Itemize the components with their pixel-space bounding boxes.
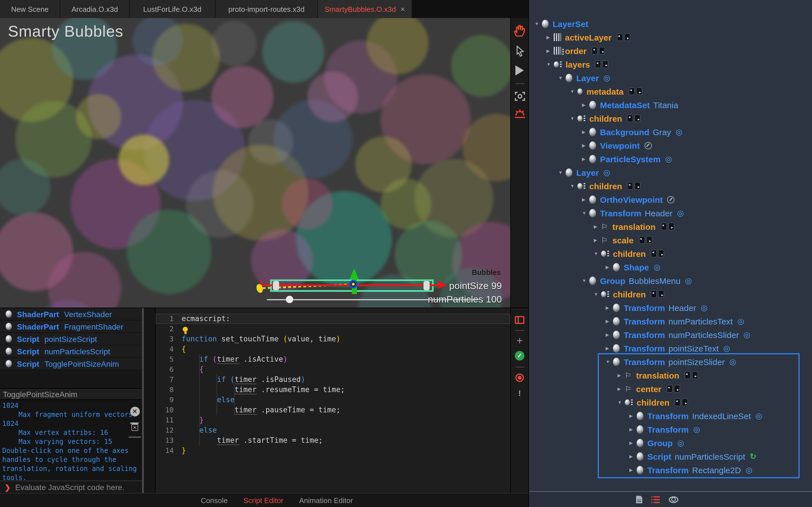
outline-field-children[interactable]: ▼children◂▸ bbox=[529, 395, 812, 409]
expand-icon[interactable]: ▶ bbox=[629, 454, 637, 459]
outline-node-group-bubblesmenu[interactable]: ▼GroupBubblesMenu◎ bbox=[529, 274, 812, 287]
expand-icon[interactable]: ▶ bbox=[582, 197, 589, 202]
gizmo-center-handle[interactable] bbox=[349, 280, 357, 288]
visibility-icon[interactable]: ◎ bbox=[677, 439, 684, 447]
tab-arcadia-o-x3d[interactable]: Arcadia.O.x3d bbox=[60, 0, 129, 18]
code-line-7[interactable]: 7 if (timer .isPaused) bbox=[156, 375, 510, 385]
expand-icon[interactable]: ▶ bbox=[546, 35, 554, 40]
outline-field-center[interactable]: ▶⚐center◂▸ bbox=[529, 382, 812, 395]
collapse-icon[interactable]: ▼ bbox=[570, 183, 577, 188]
tab-smartybubbles-o-x3d[interactable]: SmartyBubbles.O.x3d× bbox=[318, 0, 412, 18]
script-editor[interactable]: 1ecmascript:23function set_touchTime (va… bbox=[155, 307, 510, 493]
js-eval-prompt[interactable]: ❯ Evaluate JavaScript code here. bbox=[0, 481, 142, 494]
code-line-11[interactable]: 11 } bbox=[156, 415, 510, 425]
route-connectors-icon[interactable]: ◂▸ bbox=[666, 385, 681, 393]
visibility-icon[interactable]: ◎ bbox=[675, 128, 682, 136]
collapse-icon[interactable]: ▼ bbox=[617, 400, 625, 405]
tab-lustforlife-o-x3d[interactable]: LustForLife.O.x3d bbox=[130, 0, 215, 18]
code-line-6[interactable]: 6 { bbox=[156, 364, 510, 375]
visibility-icon[interactable]: ◎ bbox=[654, 263, 660, 271]
expand-icon[interactable]: ▶ bbox=[582, 102, 589, 107]
collapse-icon[interactable]: ▼ bbox=[582, 210, 589, 216]
viewport-3d[interactable]: Smarty Bubbles Bubbles pointSize 99 numP… bbox=[0, 18, 510, 307]
route-connectors-icon[interactable]: ◂▸ bbox=[651, 249, 666, 258]
expand-icon[interactable]: ▶ bbox=[629, 427, 637, 432]
visibility-icon[interactable]: ◎ bbox=[701, 304, 707, 312]
outline-field-metadata[interactable]: ▼metadata◂▸ bbox=[529, 84, 812, 98]
panel-splitter[interactable] bbox=[142, 308, 144, 494]
outline-node-transform-pointsizetext[interactable]: ▶TransformpointSizeText◎ bbox=[529, 341, 812, 355]
trash-icon[interactable]: ✕ bbox=[132, 424, 138, 431]
outline-node-shape[interactable]: ▶Shape◎ bbox=[529, 260, 812, 274]
outline-field-children[interactable]: ▼children◂▸ bbox=[529, 179, 812, 193]
expand-icon[interactable]: ▶ bbox=[582, 129, 589, 134]
collapse-icon[interactable]: ▼ bbox=[606, 359, 613, 364]
visibility-icon[interactable]: ◎ bbox=[729, 358, 736, 365]
tab-script-editor[interactable]: Script Editor bbox=[243, 496, 283, 504]
outline-node-background-gray[interactable]: ▶BackgroundGray◎ bbox=[529, 125, 812, 138]
console-output[interactable]: Max vertex uniform vectors:1024 Max frag… bbox=[0, 400, 142, 481]
expand-icon[interactable]: ▶ bbox=[629, 413, 637, 418]
expand-icon[interactable]: ▶ bbox=[582, 156, 589, 161]
gizmo-y-arrow-icon[interactable] bbox=[350, 268, 359, 279]
expand-icon[interactable]: ▶ bbox=[582, 143, 589, 148]
visibility-icon[interactable]: ◎ bbox=[603, 74, 610, 82]
expand-icon[interactable]: ▶ bbox=[594, 224, 601, 229]
route-connectors-icon[interactable]: ◂▸ bbox=[651, 290, 666, 298]
split-view-icon[interactable] bbox=[515, 316, 524, 324]
route-connectors-icon[interactable]: ◂▸ bbox=[684, 371, 699, 379]
outline-list-icon[interactable] bbox=[651, 496, 660, 503]
route-connectors-icon[interactable]: ◂▸ bbox=[675, 398, 689, 406]
visibility-icon[interactable]: ◎ bbox=[693, 425, 700, 433]
play-icon[interactable] bbox=[515, 65, 524, 75]
outline-node-metadataset-titania[interactable]: ▶MetadataSetTitania bbox=[529, 98, 812, 112]
code-line-13[interactable]: 13 timer .startTime = time; bbox=[156, 436, 510, 446]
expand-icon[interactable]: ▶ bbox=[606, 265, 613, 270]
route-connectors-icon[interactable]: ◂▸ bbox=[595, 60, 610, 68]
outline-field-layers[interactable]: ▼layers◂▸ bbox=[529, 57, 812, 71]
sunrise-icon[interactable] bbox=[514, 109, 525, 118]
slider-handle-right[interactable] bbox=[423, 281, 430, 290]
outline-node-particlesystem[interactable]: ▶ParticleSystem◎ bbox=[529, 152, 812, 166]
outline-field-translation[interactable]: ▶⚐translation◂▸ bbox=[529, 369, 812, 382]
code-line-2[interactable]: 2 bbox=[156, 324, 510, 334]
visibility-icon[interactable]: ◎ bbox=[746, 466, 752, 474]
route-connectors-icon[interactable]: ◂▸ bbox=[639, 236, 653, 244]
route-connectors-icon[interactable]: ◂▸ bbox=[627, 114, 642, 122]
code-line-14[interactable]: 14} bbox=[156, 446, 510, 456]
expand-icon[interactable]: ▶ bbox=[606, 319, 613, 324]
outline-field-children[interactable]: ▼children◂▸ bbox=[529, 247, 812, 260]
collapse-icon[interactable]: ▼ bbox=[570, 89, 577, 94]
expand-icon[interactable]: ▶ bbox=[606, 346, 613, 351]
tab-proto-import-routes-x3d[interactable]: proto-import-routes.x3d bbox=[215, 0, 317, 18]
outline-field-order[interactable]: ▶order◂▸ bbox=[529, 44, 812, 57]
slider-handle-left[interactable] bbox=[273, 281, 279, 290]
visibility-icon[interactable]: ◎ bbox=[685, 277, 692, 284]
code-line-10[interactable]: 10 timer .pauseTime = time; bbox=[156, 405, 510, 415]
file-icon[interactable] bbox=[636, 496, 642, 503]
script-item-togglepointsizeanim[interactable]: ScriptTogglePointSizeAnim bbox=[0, 358, 142, 370]
select-arrow-icon[interactable] bbox=[514, 45, 525, 57]
outline-node-orthoviewpoint[interactable]: ▶OrthoViewpoint bbox=[529, 193, 812, 206]
outline-node-group[interactable]: ▶Group◎ bbox=[529, 436, 812, 450]
expand-icon[interactable]: ▶ bbox=[617, 386, 625, 391]
outline-node-layerset[interactable]: ▼LayerSet bbox=[529, 17, 812, 31]
expand-icon[interactable]: ▶ bbox=[606, 305, 613, 310]
expand-icon[interactable]: ▶ bbox=[617, 373, 625, 378]
expand-icon[interactable]: ▶ bbox=[594, 237, 601, 242]
add-icon[interactable]: + bbox=[516, 337, 523, 345]
outline-node-transform-indexedlineset[interactable]: ▶TransformIndexedLineSet◎ bbox=[529, 409, 812, 422]
route-connectors-icon[interactable]: ◂▸ bbox=[661, 223, 675, 230]
code-line-9[interactable]: 9 else bbox=[156, 395, 510, 405]
outline-node-viewpoint[interactable]: ▶Viewpoint bbox=[529, 138, 812, 152]
visibility-icon[interactable]: ◎ bbox=[744, 331, 750, 339]
tab-animation-editor[interactable]: Animation Editor bbox=[299, 496, 353, 504]
record-icon[interactable] bbox=[515, 374, 524, 382]
issues-icon[interactable]: ! bbox=[518, 388, 521, 398]
edit-tool-icon[interactable] bbox=[644, 142, 652, 149]
script-item-pointsizescript[interactable]: ScriptpointSizeScript bbox=[0, 333, 142, 345]
code-line-5[interactable]: 5 if (timer .isActive) bbox=[156, 354, 510, 364]
expand-icon[interactable]: ▶ bbox=[606, 332, 613, 337]
outline-node-layer[interactable]: ▼Layer◎ bbox=[529, 166, 812, 179]
script-item-fragmentshader[interactable]: ShaderPartFragmentShader bbox=[0, 321, 142, 333]
